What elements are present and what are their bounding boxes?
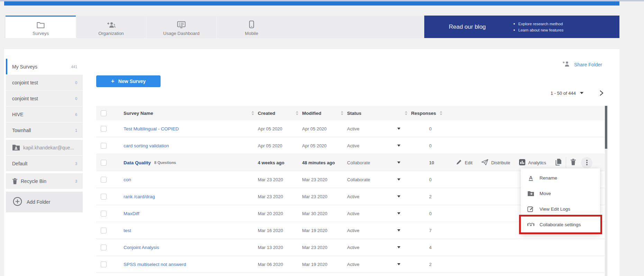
folder-icon — [37, 20, 45, 28]
row-checkbox[interactable] — [101, 177, 107, 183]
status-dropdown-caret[interactable] — [397, 246, 400, 248]
banner-bullet: Explore research method — [514, 22, 563, 26]
status-dropdown-caret[interactable] — [397, 128, 400, 130]
survey-name-link[interactable]: MaxDiff — [124, 211, 139, 216]
person-add-icon — [107, 20, 116, 28]
survey-name-link[interactable]: test — [124, 228, 131, 233]
row-checkbox[interactable] — [101, 245, 107, 250]
handshake-icon — [527, 222, 535, 228]
tab-surveys[interactable]: Surveys — [6, 16, 76, 38]
survey-name-link[interactable]: SPSS multiselect not answerd — [124, 262, 186, 267]
row-checkbox[interactable] — [101, 194, 107, 200]
copy-survey-button[interactable] — [555, 158, 562, 167]
share-folder-button[interactable]: Share Folder — [562, 61, 602, 68]
sort-icon[interactable] — [296, 111, 299, 116]
tab-usage-dashboard[interactable]: Usage Dashboard — [146, 16, 216, 38]
sort-icon[interactable] — [341, 111, 344, 116]
sort-icon[interactable] — [251, 111, 254, 116]
modified-cell: Mar 23 2020 — [294, 245, 339, 250]
survey-name-link[interactable]: card sorting validation — [124, 143, 169, 148]
column-survey-name[interactable]: Survey Name — [118, 111, 250, 116]
pencil-icon — [456, 159, 462, 166]
survey-name-link[interactable]: rank /card/drag — [124, 194, 155, 199]
responses-cell: 2 — [403, 262, 450, 267]
tab-organization[interactable]: Organization — [76, 16, 146, 38]
pagination: 1 - 50 of 444 — [551, 90, 604, 96]
table-scrollbar-track[interactable] — [605, 106, 607, 276]
status-cell: Collaborate — [339, 177, 403, 182]
sidebar-item-hive[interactable]: HIVE 6 — [6, 107, 83, 122]
main-nav-tabs: Surveys Organization Usage Dashboard Mob… — [4, 16, 619, 38]
pagination-caret-icon[interactable] — [580, 92, 583, 94]
delete-survey-button[interactable] — [570, 159, 576, 166]
content-card: My Surveys 441 conjoint test 0 conjoint … — [4, 49, 619, 276]
survey-name-link[interactable]: Conjoint Analysis — [124, 245, 159, 250]
table-scrollbar-thumb[interactable] — [605, 106, 607, 149]
row-checkbox[interactable] — [101, 261, 107, 267]
menu-item-move[interactable]: Move — [521, 186, 600, 201]
sidebar-item-conjoint-test-2[interactable]: conjoint test 0 — [6, 91, 83, 106]
banner-bullet-list: Explore research method Learn about new … — [514, 22, 563, 32]
status-dropdown-caret[interactable] — [397, 145, 400, 147]
status-dropdown-caret[interactable] — [397, 263, 400, 265]
distribute-button[interactable]: Distribute — [481, 159, 510, 166]
created-cell: 4 weeks ago — [250, 160, 294, 165]
modified-cell: Apr 05 2020 — [294, 126, 339, 131]
table-row: card sorting validation Apr 05 2020 Apr … — [96, 137, 605, 154]
rename-icon: A — [527, 175, 535, 181]
column-responses[interactable]: Responses — [403, 111, 450, 116]
status-cell: Active — [339, 143, 403, 148]
tab-surveys-label: Surveys — [33, 31, 49, 36]
shared-folder-icon — [12, 144, 20, 151]
modified-cell: Mar 19 2020 — [294, 262, 339, 267]
row-checkbox[interactable] — [101, 126, 107, 132]
survey-name-link[interactable]: con — [124, 177, 131, 182]
row-checkbox[interactable] — [101, 211, 107, 217]
row-checkbox[interactable] — [101, 143, 107, 149]
read-our-blog-banner[interactable]: Read our blog Explore research method Le… — [424, 16, 619, 38]
next-page-chevron-icon[interactable] — [599, 90, 604, 96]
analytics-button[interactable]: Analytics — [519, 159, 546, 166]
responses-cell: 4 — [403, 245, 450, 250]
status-dropdown-caret[interactable] — [397, 162, 400, 164]
status-dropdown-caret[interactable] — [397, 195, 400, 197]
created-cell: Mar 16 2020 — [250, 228, 294, 233]
more-options-kebab-button[interactable] — [581, 157, 592, 168]
row-checkbox[interactable] — [101, 160, 107, 166]
status-dropdown-caret[interactable] — [397, 229, 400, 231]
sidebar-item-conjoint-test-1[interactable]: conjoint test 0 — [6, 75, 83, 90]
plus-icon: + — [111, 78, 115, 85]
new-survey-button[interactable]: + New Survey — [96, 75, 161, 87]
sidebar-item-default[interactable]: Default 3 — [6, 156, 83, 171]
sidebar-item-recycle-bin[interactable]: Recycle Bin 3 — [6, 173, 83, 189]
menu-item-view-edit-logs[interactable]: View Edit Logs — [521, 201, 600, 217]
modified-cell: 48 minutes ago — [294, 160, 339, 165]
edit-button[interactable]: Edit — [456, 159, 472, 166]
created-cell: Apr 05 2020 — [250, 126, 294, 131]
sort-icon[interactable] — [405, 111, 408, 116]
responses-cell: 10 — [403, 160, 450, 165]
status-dropdown-caret[interactable] — [397, 178, 400, 181]
menu-item-collaborate-settings[interactable]: Collaborate settings — [521, 217, 600, 232]
survey-name-link[interactable]: Data Quality — [124, 160, 151, 165]
sort-icon[interactable] — [439, 111, 443, 116]
column-created[interactable]: Created — [250, 111, 294, 116]
column-modified[interactable]: Modified — [294, 111, 339, 116]
responses-cell: 0 — [403, 126, 450, 131]
select-all-checkbox[interactable] — [101, 110, 107, 116]
tab-mobile[interactable]: Mobile — [216, 16, 287, 38]
menu-item-rename[interactable]: A Rename — [521, 170, 600, 186]
sidebar-item-townhall[interactable]: Townhall 1 — [6, 122, 83, 138]
survey-name-link[interactable]: Test Multilingual - COPIED — [124, 126, 179, 131]
row-checkbox[interactable] — [101, 228, 107, 233]
responses-cell: 7 — [403, 228, 450, 233]
add-folder-button[interactable]: Add Folder — [6, 192, 83, 212]
tab-organization-label: Organization — [98, 31, 124, 36]
column-status[interactable]: Status — [339, 111, 403, 116]
table-header: Survey Name Created Modified Status Resp… — [96, 106, 605, 120]
sidebar-item-my-surveys[interactable]: My Surveys 441 — [6, 59, 83, 74]
modified-cell: Mar 23 2020 — [294, 194, 339, 199]
sidebar-item-shared-folder[interactable]: kapil.khandekar@que... — [6, 140, 83, 155]
folder-count: 0 — [75, 81, 77, 85]
status-dropdown-caret[interactable] — [397, 212, 400, 214]
